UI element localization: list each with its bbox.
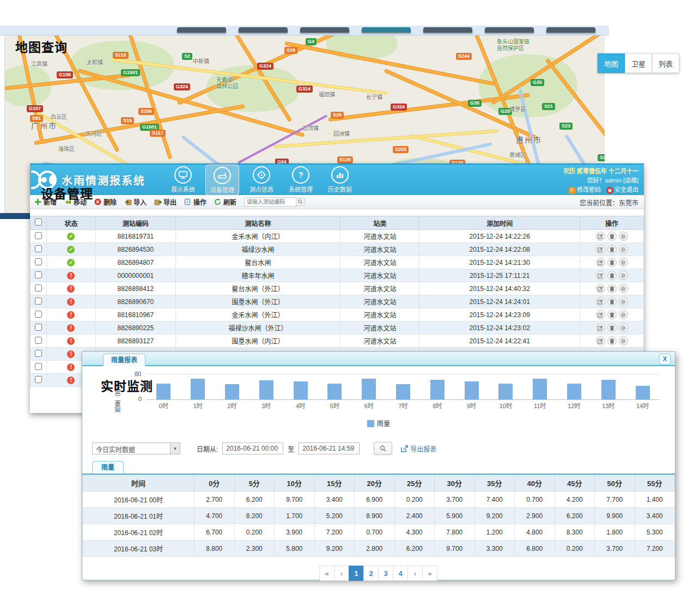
row-checkbox[interactable] (35, 363, 42, 370)
trash-icon[interactable] (607, 232, 617, 241)
trash-icon[interactable] (607, 323, 617, 332)
gear-icon[interactable] (619, 336, 628, 345)
table-row[interactable]: ✓8816819731金禾水闸（内江）河道水文站2015-12-24 14:22… (31, 230, 644, 243)
rain-bar[interactable] (533, 379, 547, 399)
table-row[interactable]: !8816810967金禾水闸（外江）河道水文站2015-12-24 14:23… (31, 308, 644, 321)
row-checkbox[interactable] (35, 337, 42, 344)
pagination-nav-button[interactable]: » (422, 566, 437, 581)
search-icon[interactable] (296, 198, 305, 206)
rain-bar[interactable] (636, 386, 650, 399)
top-tab-stub[interactable] (546, 27, 595, 33)
pagination-nav-button[interactable]: « (319, 566, 334, 581)
rain-bar[interactable] (465, 381, 479, 399)
pagination-page-4[interactable]: 4 (393, 566, 408, 581)
edit-icon[interactable] (596, 245, 605, 254)
row-checkbox[interactable] (35, 258, 42, 265)
rain-bar[interactable] (396, 384, 410, 399)
query-button[interactable] (374, 442, 392, 455)
gear-icon[interactable] (619, 310, 628, 319)
row-checkbox[interactable] (35, 271, 42, 278)
gear-icon[interactable] (619, 258, 628, 267)
map-ctl-other[interactable]: 卫星 (625, 53, 652, 73)
table-row[interactable]: ✓8826894530福绿沙水闸河道水文站2015-12-24 14:22:08 (31, 243, 644, 256)
rain-bar[interactable] (567, 384, 581, 399)
rain-bar[interactable] (259, 380, 273, 399)
nav-item-系统管理[interactable]: ?系统管理 (284, 165, 318, 196)
table-row[interactable]: !8826898412鳌台水闸（外江）河道水文站2015-12-24 14:40… (31, 282, 644, 295)
edit-icon[interactable] (596, 297, 605, 306)
rain-bar[interactable] (362, 379, 376, 399)
edit-icon[interactable] (596, 271, 605, 280)
toolbar-button-刷新[interactable]: 刷新 (214, 197, 236, 207)
edit-icon[interactable] (596, 232, 605, 241)
nav-item-测点信息[interactable]: 测点信息 (245, 165, 278, 196)
gear-icon[interactable] (619, 297, 628, 306)
edit-icon[interactable] (596, 336, 605, 345)
table-row[interactable]: ✓8826894807鳌台水闸河道水文站2015-12-24 14:21:30 (31, 256, 644, 269)
map-ctl-map[interactable]: 地图 (598, 53, 625, 73)
rain-bar[interactable] (601, 380, 616, 399)
toolbar-button-操作[interactable]: 操作 (184, 197, 206, 207)
row-checkbox[interactable] (35, 350, 42, 357)
edit-icon[interactable] (596, 310, 605, 319)
trash-icon[interactable] (607, 284, 617, 293)
pagination-nav-button[interactable]: ‹ (334, 566, 349, 581)
gear-icon[interactable] (619, 323, 628, 332)
top-tab-stub[interactable] (300, 27, 349, 33)
tab-rain[interactable]: 雨量 (92, 461, 124, 474)
top-tab-stub[interactable] (362, 27, 411, 33)
pagination-page-2[interactable]: 2 (363, 566, 379, 581)
rain-bar[interactable] (156, 384, 171, 399)
trash-icon[interactable] (607, 336, 617, 345)
station-search-input[interactable] (244, 197, 296, 207)
row-checkbox[interactable] (35, 324, 42, 331)
trash-icon[interactable] (607, 310, 617, 319)
toolbar-button-导入[interactable]: 导入 (124, 197, 147, 207)
rain-bar[interactable] (294, 381, 308, 399)
nav-item-设备管理[interactable]: 设备管理 (205, 165, 239, 196)
rain-bar[interactable] (225, 384, 239, 399)
table-row[interactable]: !8826890225福禄沙水闸（外江）河道水文站2015-12-24 14:2… (31, 321, 644, 335)
toolbar-button-删除[interactable]: 删除 (94, 197, 117, 207)
top-tab-stub[interactable] (239, 27, 288, 33)
toolbar-button-导出[interactable]: 导出 (154, 197, 176, 207)
select-all-checkbox[interactable] (35, 219, 42, 226)
row-checkbox[interactable] (35, 245, 42, 252)
date-to-input[interactable] (299, 442, 360, 454)
tab-rainfall-report[interactable]: 雨量报表 (103, 354, 145, 366)
rain-bar[interactable] (498, 384, 513, 399)
edit-icon[interactable] (596, 323, 605, 332)
row-checkbox[interactable] (35, 284, 42, 292)
row-checkbox[interactable] (35, 311, 42, 318)
period-select[interactable]: 今日实时数据 ▼ (92, 442, 180, 454)
nav-item-历史数据[interactable]: 历史数据 (323, 165, 357, 196)
gear-icon[interactable] (619, 284, 628, 293)
table-row[interactable]: !0000000001穗丰年水闸河道水文站2015-12-25 17:11:21 (31, 269, 644, 282)
logout-link[interactable]: ◉安全退出 (606, 185, 638, 195)
pagination-page-1[interactable]: 1 (349, 566, 364, 581)
close-icon[interactable]: X (659, 354, 671, 365)
nav-item-展示系统[interactable]: 展示系统 (166, 165, 200, 196)
pagination-page-3[interactable]: 3 (378, 566, 393, 581)
rain-bar[interactable] (191, 379, 205, 399)
trash-icon[interactable] (607, 258, 617, 267)
rain-bar[interactable] (327, 384, 342, 399)
top-tab-stub[interactable] (423, 27, 472, 33)
row-checkbox[interactable] (35, 298, 42, 305)
pagination-nav-button[interactable]: › (407, 566, 423, 581)
table-row[interactable]: !8826890670围垦水闸（外江）河道水文站2015-12-24 14:24… (31, 295, 644, 308)
row-checkbox[interactable] (35, 232, 42, 239)
table-row[interactable]: !8826893127围垦水闸（内江）河道水文站2015-12-24 14:22… (31, 335, 644, 348)
date-from-input[interactable] (222, 442, 283, 454)
trash-icon[interactable] (607, 297, 617, 306)
change-password-link[interactable]: P修改密码 (569, 185, 601, 195)
gear-icon[interactable] (619, 245, 628, 254)
trash-icon[interactable] (607, 271, 617, 280)
top-tab-stub[interactable] (177, 27, 226, 33)
gear-icon[interactable] (619, 271, 628, 280)
edit-icon[interactable] (596, 284, 605, 293)
row-checkbox[interactable] (35, 376, 42, 383)
trash-icon[interactable] (607, 245, 617, 254)
top-tab-stub[interactable] (485, 27, 534, 33)
export-report-link[interactable]: 导出报表 (401, 444, 436, 453)
